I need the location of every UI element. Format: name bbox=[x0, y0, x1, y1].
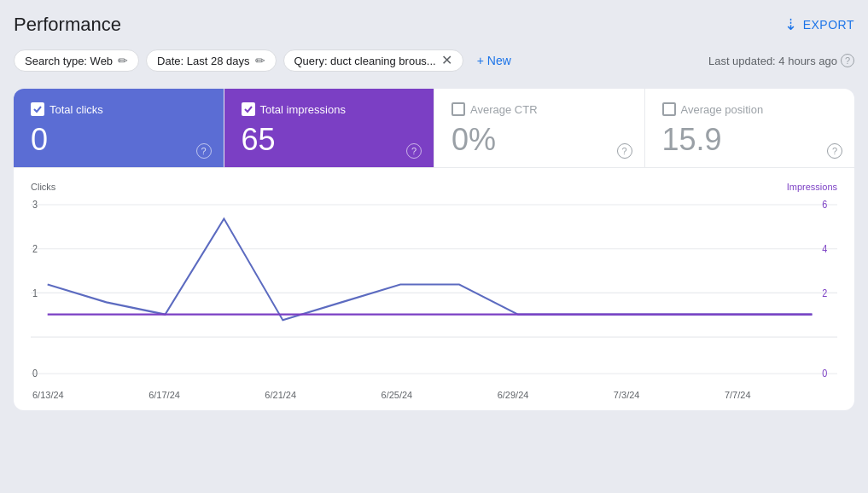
svg-text:6: 6 bbox=[822, 199, 827, 210]
metric-tile-total-clicks[interactable]: Total clicks 0 ? bbox=[14, 89, 224, 167]
svg-text:4: 4 bbox=[822, 243, 828, 254]
impressions-value: 65 bbox=[242, 123, 417, 157]
svg-text:3: 3 bbox=[32, 199, 38, 210]
filter-chip-date[interactable]: Date: Last 28 days ✏ bbox=[146, 49, 276, 72]
last-updated-help-icon[interactable]: ? bbox=[841, 54, 854, 67]
impressions-help-icon[interactable]: ? bbox=[406, 143, 422, 159]
filter-search-type-label: Search type: Web bbox=[25, 55, 113, 67]
filter-chip-query[interactable]: Query: duct cleaning brous... ✕ bbox=[283, 49, 463, 72]
svg-text:0: 0 bbox=[32, 368, 38, 379]
svg-text:2: 2 bbox=[822, 287, 827, 299]
chart-svg-container: 3 2 1 0 6 4 2 0 bbox=[31, 195, 837, 386]
metrics-row: Total clicks 0 ? Total impressions 65 ? bbox=[14, 89, 854, 168]
export-button[interactable]: ⇣ EXPORT bbox=[784, 15, 854, 34]
checkbox-ctr[interactable] bbox=[451, 102, 465, 116]
close-icon-query[interactable]: ✕ bbox=[441, 54, 452, 67]
metric-tile-average-ctr[interactable]: Average CTR 0% ? bbox=[434, 89, 645, 167]
metric-label-clicks: Total clicks bbox=[31, 102, 207, 116]
clicks-label-text: Total clicks bbox=[50, 103, 103, 116]
chart-right-axis-label: Impressions bbox=[787, 182, 837, 192]
page-title: Performance bbox=[14, 14, 121, 36]
impressions-label-text: Total impressions bbox=[260, 103, 346, 116]
filters-row: Search type: Web ✏ Date: Last 28 days ✏ … bbox=[14, 49, 854, 72]
chart-axis-labels: Clicks Impressions bbox=[31, 182, 837, 192]
x-label-3: 6/25/24 bbox=[382, 390, 413, 400]
performance-card: Total clicks 0 ? Total impressions 65 ? bbox=[14, 89, 854, 410]
position-label-text: Average position bbox=[681, 103, 764, 116]
edit-icon-date[interactable]: ✏ bbox=[255, 54, 265, 67]
metric-tile-total-impressions[interactable]: Total impressions 65 ? bbox=[224, 89, 435, 167]
metric-label-ctr: Average CTR bbox=[451, 102, 627, 116]
ctr-label-text: Average CTR bbox=[470, 103, 538, 116]
clicks-line bbox=[48, 218, 813, 320]
metric-label-position: Average position bbox=[662, 102, 838, 116]
metric-tile-average-position[interactable]: Average position 15.9 ? bbox=[645, 89, 855, 167]
x-label-5: 7/3/24 bbox=[614, 390, 640, 400]
checkbox-clicks[interactable] bbox=[31, 102, 44, 116]
edit-icon[interactable]: ✏ bbox=[118, 54, 128, 67]
chart-area: Clicks Impressions 3 2 1 0 6 bbox=[14, 168, 854, 410]
x-label-0: 6/13/24 bbox=[32, 390, 64, 400]
x-label-4: 6/29/24 bbox=[498, 390, 529, 400]
clicks-value: 0 bbox=[31, 123, 207, 157]
clicks-help-icon[interactable]: ? bbox=[196, 143, 212, 159]
export-icon: ⇣ bbox=[784, 15, 798, 34]
x-label-2: 6/21/24 bbox=[265, 390, 296, 400]
x-label-6: 7/7/24 bbox=[725, 390, 751, 400]
page-container: Performance ⇣ EXPORT Search type: Web ✏ … bbox=[0, 0, 868, 493]
export-label: EXPORT bbox=[803, 18, 854, 32]
last-updated: Last updated: 4 hours ago ? bbox=[708, 54, 854, 67]
filter-date-label: Date: Last 28 days bbox=[157, 55, 249, 67]
metric-label-impressions: Total impressions bbox=[242, 102, 417, 116]
new-button[interactable]: + New bbox=[470, 50, 518, 71]
svg-text:1: 1 bbox=[32, 287, 38, 299]
new-button-label: + New bbox=[477, 54, 511, 67]
filter-chip-search-type[interactable]: Search type: Web ✏ bbox=[14, 49, 139, 72]
filter-query-label: Query: duct cleaning brous... bbox=[294, 55, 436, 67]
position-value: 15.9 bbox=[662, 123, 838, 157]
chart-left-axis-label: Clicks bbox=[31, 182, 55, 192]
last-updated-text: Last updated: 4 hours ago bbox=[708, 55, 837, 67]
x-axis-labels: 6/13/24 6/17/24 6/21/24 6/25/24 6/29/24 … bbox=[31, 390, 837, 400]
header: Performance ⇣ EXPORT bbox=[14, 14, 854, 36]
svg-text:2: 2 bbox=[32, 243, 38, 254]
x-label-1: 6/17/24 bbox=[149, 390, 180, 400]
position-help-icon[interactable]: ? bbox=[827, 143, 842, 159]
checkbox-position[interactable] bbox=[662, 102, 676, 116]
svg-text:0: 0 bbox=[822, 368, 827, 379]
ctr-help-icon[interactable]: ? bbox=[617, 143, 632, 159]
chart-svg: 3 2 1 0 6 4 2 0 bbox=[31, 195, 837, 383]
checkbox-impressions[interactable] bbox=[242, 102, 255, 116]
ctr-value: 0% bbox=[451, 123, 627, 157]
